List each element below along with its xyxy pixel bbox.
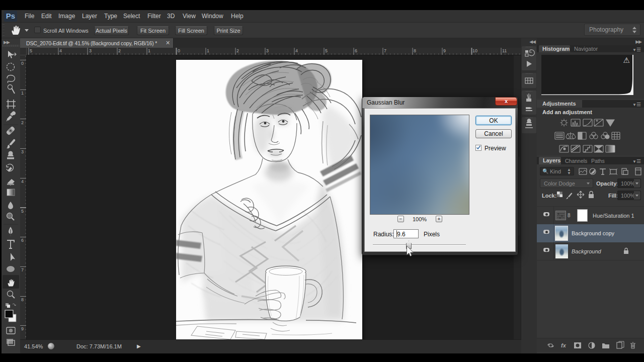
svg-text:fx: fx (561, 342, 567, 348)
